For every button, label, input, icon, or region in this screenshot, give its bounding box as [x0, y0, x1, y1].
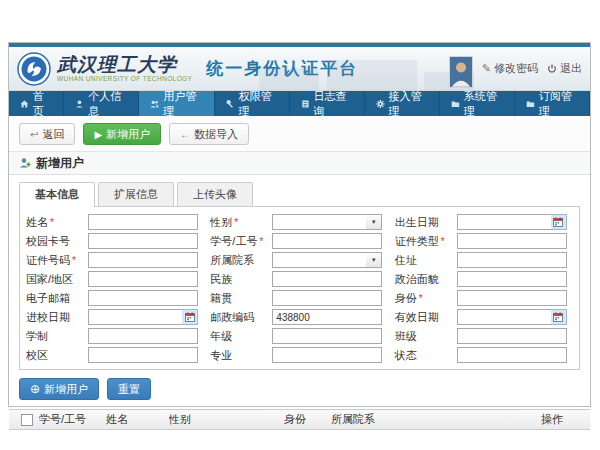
- data-import-button-label: 数据导入: [194, 127, 238, 142]
- power-icon: [547, 64, 557, 74]
- chevron-down-icon: ▼: [371, 257, 377, 263]
- university-logo-icon: [17, 52, 51, 86]
- email-input[interactable]: [88, 290, 198, 306]
- identity-input[interactable]: [457, 290, 567, 306]
- gear-icon: [376, 99, 385, 109]
- birth-date-calendar-button[interactable]: [551, 214, 567, 230]
- class-label: 班级: [395, 329, 457, 344]
- id-type-input[interactable]: [457, 233, 567, 249]
- checklist-icon: [301, 99, 310, 109]
- ethnicity-label: 民族: [210, 272, 272, 287]
- campus-label: 校区: [26, 348, 88, 363]
- nav-item-home[interactable]: 首页: [9, 91, 64, 116]
- university-name-en: WUHAN UNIVERSITY OF TECHNOLOGY: [57, 76, 192, 83]
- tab-basic-info[interactable]: 基本信息: [19, 182, 95, 206]
- gender-dropdown-button[interactable]: ▼: [366, 214, 382, 230]
- add-user-icon: ▶: [94, 129, 102, 140]
- back-button[interactable]: ↩ 返回: [19, 123, 75, 145]
- valid-date-calendar-button[interactable]: [551, 309, 567, 325]
- status-input[interactable]: [457, 347, 567, 363]
- reset-button[interactable]: 重置: [107, 378, 151, 400]
- add-user-button[interactable]: ▶ 新增用户: [83, 123, 161, 145]
- tab-extended-info[interactable]: 扩展信息: [98, 182, 174, 206]
- enrollment-date-input[interactable]: [88, 309, 182, 325]
- add-person-icon: [19, 157, 31, 169]
- name-input[interactable]: [88, 214, 198, 230]
- department-dropdown-button[interactable]: ▼: [366, 252, 382, 268]
- chevron-down-icon: ▼: [371, 219, 377, 225]
- department-label: 所属院系: [210, 253, 272, 268]
- address-label: 住址: [395, 253, 457, 268]
- submit-add-user-button[interactable]: ⊕ 新增用户: [19, 378, 99, 400]
- form-field-class: 班级: [395, 328, 573, 344]
- change-password-link[interactable]: ✎ 修改密码: [482, 61, 538, 76]
- pencil-icon: ✎: [482, 62, 491, 75]
- select-all-checkbox[interactable]: [21, 414, 33, 426]
- nav-item-access[interactable]: 接入管理: [365, 91, 440, 116]
- logout-link[interactable]: 退出: [547, 61, 582, 76]
- address-input[interactable]: [457, 252, 567, 268]
- department-input[interactable]: [272, 252, 366, 268]
- folder-icon: [451, 99, 460, 109]
- required-asterisk: *: [419, 293, 423, 304]
- new-user-form: 姓名*性别*▼出生日期校园卡号学号/工号*证件类型*证件号码*所属院系▼住址国家…: [26, 214, 573, 363]
- reset-label: 重置: [118, 382, 140, 397]
- nav-item-label: 权限管理: [238, 89, 277, 119]
- postal-code-label: 邮政编码: [210, 310, 272, 325]
- nav-item-logs[interactable]: 日志查询: [290, 91, 365, 116]
- grade-input[interactable]: [272, 328, 382, 344]
- student-id-input[interactable]: [272, 233, 382, 249]
- ethnicity-input[interactable]: [272, 271, 382, 287]
- form-field-country-region: 国家/地区: [26, 271, 204, 287]
- class-input[interactable]: [457, 328, 567, 344]
- form-field-campus-card: 校园卡号: [26, 233, 204, 249]
- campus-input[interactable]: [88, 347, 198, 363]
- email-label: 电子邮箱: [26, 291, 88, 306]
- skyline-decor: [259, 68, 319, 90]
- user-table-header: 学号/工号姓名性别身份所属院系操作: [9, 409, 590, 430]
- nav-item-label: 个人信息: [88, 89, 127, 119]
- political-status-input[interactable]: [457, 271, 567, 287]
- id-type-label: 证件类型*: [395, 234, 457, 249]
- tab-upload-avatar[interactable]: 上传头像: [177, 182, 253, 206]
- university-name-cn: 武汉理工大学: [57, 55, 192, 74]
- country-region-input[interactable]: [88, 271, 198, 287]
- calendar-icon: [553, 312, 563, 322]
- form-actions: ⊕ 新增用户 重置: [19, 378, 580, 400]
- nav-item-system[interactable]: 系统管理: [440, 91, 515, 116]
- required-asterisk: *: [72, 255, 76, 266]
- postal-code-input[interactable]: [272, 309, 382, 325]
- form-field-id-number: 证件号码*: [26, 252, 204, 268]
- nav-item-profile[interactable]: 个人信息: [64, 91, 139, 116]
- form-field-name: 姓名*: [26, 214, 204, 230]
- native-place-input[interactable]: [272, 290, 382, 306]
- major-input[interactable]: [272, 347, 382, 363]
- user-avatar[interactable]: [449, 56, 473, 88]
- column-header-department: 所属院系: [331, 412, 541, 427]
- birth-date-input[interactable]: [457, 214, 551, 230]
- home-icon: [20, 99, 29, 109]
- plus-circle-icon: ⊕: [30, 382, 40, 396]
- id-number-label: 证件号码*: [26, 253, 88, 268]
- campus-card-input[interactable]: [88, 233, 198, 249]
- valid-date-input[interactable]: [457, 309, 551, 325]
- change-password-label: 修改密码: [494, 61, 538, 76]
- form-field-postal-code: 邮政编码: [210, 309, 388, 325]
- back-button-label: 返回: [42, 127, 64, 142]
- schooling-length-input[interactable]: [88, 328, 198, 344]
- form-field-major: 专业: [210, 347, 388, 363]
- nav-item-users[interactable]: 用户管理: [139, 91, 214, 116]
- header-right: ✎ 修改密码 退出: [449, 50, 582, 88]
- form-field-department: 所属院系▼: [210, 252, 388, 268]
- data-import-button[interactable]: ← 数据导入: [169, 123, 249, 145]
- enrollment-date-label: 进校日期: [26, 310, 88, 325]
- id-number-input[interactable]: [88, 252, 198, 268]
- gender-input[interactable]: [272, 214, 366, 230]
- enrollment-date-calendar-button[interactable]: [182, 309, 198, 325]
- nav-item-subscription[interactable]: 订阅管理: [515, 91, 590, 116]
- nav-item-label: 用户管理: [163, 89, 202, 119]
- nav-item-permissions[interactable]: 权限管理: [215, 91, 290, 116]
- column-header-gender: 性别: [169, 412, 284, 427]
- column-header-operation: 操作: [541, 412, 590, 427]
- university-block: 武汉理工大学 WUHAN UNIVERSITY OF TECHNOLOGY: [57, 55, 192, 83]
